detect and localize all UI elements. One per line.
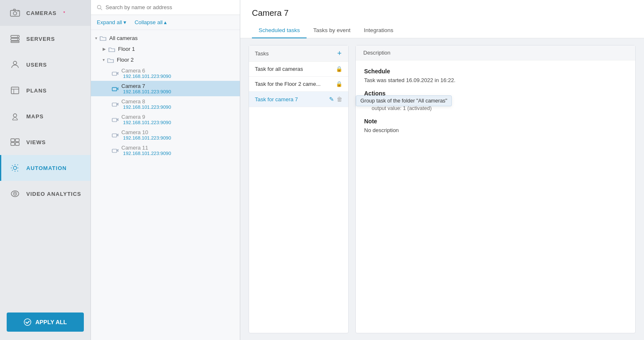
tree-node-camera9[interactable]: Camera 9 192.168.101.223:9090 [91,112,240,127]
svg-line-25 [101,8,102,10]
svg-point-1 [13,12,17,15]
note-title: Note [364,118,627,125]
nav-item-users[interactable]: USERS [0,52,91,78]
tab-tasks-by-event[interactable]: Tasks by event [307,24,357,38]
description-panel: Description Schedule Task was started 16… [355,45,636,333]
svg-point-23 [24,319,31,325]
tree-content: ▾ All cameras ▶ Floor 1 ▾ Floor 2 [91,30,240,340]
page-title: Camera 7 [252,8,632,18]
nav-item-maps[interactable]: MAPS [0,103,91,129]
svg-point-13 [13,114,17,117]
svg-rect-18 [15,142,19,145]
note-text: No description [364,127,627,133]
video-analytics-label: VIDEO ANALYTICS [26,191,81,197]
tree-node-camera6[interactable]: Camera 6 192.168.101.223:9090 [91,65,240,81]
tree-node-all-cameras[interactable]: ▾ All cameras [91,32,240,43]
camera-icon [112,132,118,138]
maps-icon [10,111,20,122]
servers-label: SERVERS [26,36,55,42]
svg-point-7 [17,36,18,37]
schedule-section: Schedule Task was started 16.09.2022 in … [364,68,627,83]
camera-icon [112,147,118,153]
task-item-camera7[interactable]: Task for camera 7 ✎ 🗑 [249,92,348,107]
add-task-button[interactable]: + [336,50,342,57]
automation-icon [10,162,20,173]
svg-rect-31 [112,149,117,152]
tree-node-label: Floor 1 [118,46,135,52]
tabs: Scheduled tasks Tasks by event Integrati… [252,24,632,38]
nav-item-cameras[interactable]: CAMERAS* [0,0,91,26]
search-input[interactable] [106,4,234,10]
svg-rect-6 [11,41,19,42]
automation-label: AUTOMATION [26,165,67,171]
main-header: Camera 7 Scheduled tasks Tasks by event … [240,0,644,38]
camera-icon [112,116,118,122]
task-item-name: Task for the Floor 2 came... [255,81,333,87]
svg-point-8 [17,39,18,40]
search-icon [97,5,102,10]
tree-node-camera11[interactable]: Camera 11 192.168.101.223:9090 [91,142,240,158]
task-delete-button[interactable]: 🗑 [337,96,342,102]
plans-icon [10,85,20,96]
lock-icon: 🔒 [336,66,342,72]
nav-item-views[interactable]: VIEWS [0,129,91,155]
tab-scheduled-tasks[interactable]: Scheduled tasks [252,24,307,38]
lock-icon: 🔒 [336,81,342,87]
task-edit-button[interactable]: ✎ [329,96,334,102]
description-header: Description [356,45,635,60]
svg-rect-27 [112,88,117,91]
tooltip-text: Group task of the folder "All cameras" [360,98,447,104]
svg-rect-2 [13,9,15,10]
views-label: VIEWS [26,139,46,145]
svg-line-3 [18,11,19,12]
main-body: Tasks + Task for all cameras 🔒 Task for … [240,38,644,340]
svg-rect-28 [112,103,117,106]
apply-all-icon [24,318,31,326]
nav-item-servers[interactable]: SERVERS [0,26,91,52]
task-item-all-cameras[interactable]: Task for all cameras 🔒 [249,62,348,77]
video-analytics-icon [10,188,20,199]
expand-all-link[interactable]: Expand all ▾ [97,19,126,25]
expand-collapse-row: Expand all ▾ Collapse all ▴ [91,15,240,30]
svg-rect-10 [11,87,19,94]
tasks-header-label: Tasks [255,50,269,57]
task-item-floor2[interactable]: Task for the Floor 2 came... 🔒 [249,77,348,92]
svg-rect-29 [112,118,117,122]
tree-node-camera8[interactable]: Camera 8 192.168.101.223:9090 [91,96,240,112]
task-item-name: Task for all cameras [255,66,333,72]
users-label: USERS [26,62,47,68]
svg-rect-26 [112,72,117,75]
tasks-panel: Tasks + Task for all cameras 🔒 Task for … [249,45,349,333]
tree-panel: Expand all ▾ Collapse all ▴ ▾ All camera… [91,0,240,340]
cameras-label: CAMERAS [26,10,57,16]
tab-integrations[interactable]: Integrations [357,24,400,38]
svg-point-9 [13,61,17,65]
nav-item-automation[interactable]: AUTOMATION [0,155,91,181]
tree-node-camera7[interactable]: Camera 7 192.168.101.223:9090 [91,81,240,96]
schedule-title: Schedule [364,68,627,75]
folder-icon [108,45,115,52]
task-item-actions: ✎ 🗑 [329,96,342,102]
nav-item-plans[interactable]: PLANS [0,78,91,103]
svg-rect-30 [112,134,117,137]
tree-node-camera10[interactable]: Camera 10 192.168.101.223:9090 [91,127,240,142]
cameras-icon [10,8,20,18]
maps-label: MAPS [26,113,44,120]
cameras-asterisk: * [63,10,65,15]
search-bar [91,0,240,15]
users-icon [10,59,20,70]
plans-label: PLANS [26,88,47,94]
tasks-panel-header: Tasks + [249,45,348,62]
servers-icon [10,33,20,44]
tooltip-box: Group task of the folder "All cameras" [356,95,452,106]
tree-node-floor2[interactable]: ▾ Floor 2 [91,55,240,65]
nav-item-video-analytics[interactable]: VIDEO ANALYTICS [0,181,91,207]
camera-icon [112,101,118,107]
note-section: Note No description [364,118,627,133]
svg-point-19 [13,166,17,170]
action-sub: output value: 1 (activated) [372,105,627,111]
apply-all-button[interactable]: APPLY ALL [7,312,84,332]
tree-node-floor1[interactable]: ▶ Floor 1 [91,43,240,54]
folder-icon [107,57,114,63]
collapse-all-link[interactable]: Collapse all ▴ [135,19,167,25]
